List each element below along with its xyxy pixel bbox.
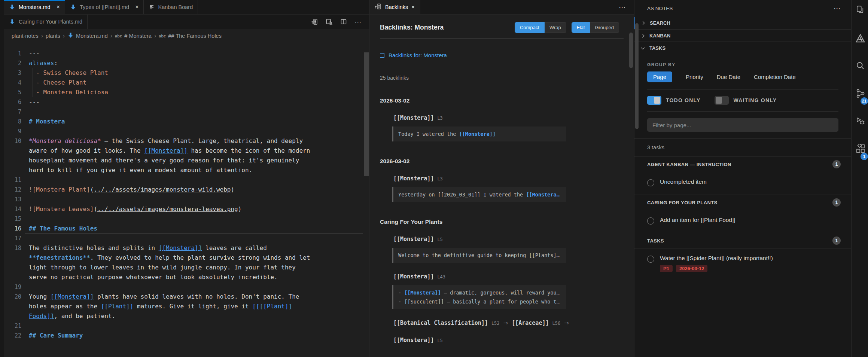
page-reference[interactable]: [[Araceae]] xyxy=(512,320,549,326)
code-line[interactable]: 7 xyxy=(4,107,369,117)
section-tasks[interactable]: TASKS xyxy=(634,42,851,54)
close-icon[interactable]: × xyxy=(57,4,60,10)
group-by-priority[interactable]: Priority xyxy=(686,74,703,80)
breadcrumb-item[interactable]: Monstera.md xyxy=(67,32,108,40)
more-actions-icon[interactable]: ⋯ xyxy=(354,18,362,26)
documents-icon[interactable] xyxy=(852,5,868,33)
task-item[interactable]: Add an item for [[Plant Food]] xyxy=(634,210,851,227)
code-line[interactable]: aware of how good it looks. The [[Monste… xyxy=(4,146,369,156)
code-line[interactable]: 14![Monstera Leaves](../../assets/images… xyxy=(4,204,369,214)
backlink-entry[interactable]: [[Botanical Classification]]L52→[[Aracea… xyxy=(393,320,624,326)
code-line[interactable]: houseplant movement and there's a very g… xyxy=(4,156,369,165)
breadcrumb[interactable]: plant-notes›plants›Monstera.md›abc# Mons… xyxy=(4,29,369,43)
search-icon[interactable] xyxy=(852,61,868,88)
sidebar-scrollbar[interactable] xyxy=(635,23,639,129)
backlink-entry[interactable]: [[Monstera]]L3 xyxy=(393,115,624,121)
backlinks-scrollbar[interactable] xyxy=(629,33,633,68)
backlink-entry[interactable]: [[Monstera]]L5 xyxy=(393,337,624,344)
code-line[interactable]: 11 xyxy=(4,175,369,185)
task-item[interactable]: Water the [[Spider Plant]] (really impor… xyxy=(634,248,851,274)
debug-icon[interactable] xyxy=(852,116,868,144)
task-item[interactable]: Uncompleted item xyxy=(634,172,851,189)
group-by-due-date[interactable]: Due Date xyxy=(717,74,740,80)
code-line[interactable]: serve no practical purpose whatsoever bu… xyxy=(4,272,369,282)
code-line[interactable]: 12![Monstera Plant](../../assets/images/… xyxy=(4,185,369,195)
wikilink[interactable]: [[[[Plant]] xyxy=(252,303,296,310)
breadcrumb-item[interactable]: abc## The Famous Holes xyxy=(159,33,222,39)
code-line[interactable]: 1--- xyxy=(4,49,369,58)
code-line[interactable]: light through to lower leaves in the wil… xyxy=(4,263,369,272)
task-checkbox-icon[interactable] xyxy=(647,217,654,225)
tab-monstera-md[interactable]: Monstera.md× xyxy=(4,0,65,14)
backlinks-for-link[interactable]: Backlinks for: Monstera xyxy=(380,52,447,58)
split-icon[interactable] xyxy=(340,18,347,25)
code-line[interactable]: 9 xyxy=(4,126,369,136)
page-reference[interactable]: [[Monstera]] xyxy=(393,175,434,182)
section-search[interactable]: SEARCH xyxy=(634,17,851,29)
task-group-header[interactable]: AGENT KANBAN — INSTRUCTION1 xyxy=(634,156,851,172)
section-kanban[interactable]: KANBAN xyxy=(634,29,851,42)
more-actions-icon[interactable]: ⋯ xyxy=(619,0,634,14)
editor-scrollbar[interactable] xyxy=(364,52,369,176)
context-snippet[interactable]: Welcome to the definitive guide to keepi… xyxy=(392,248,566,263)
code-line[interactable]: 8# Monstera xyxy=(4,117,369,126)
preview-icon[interactable] xyxy=(326,18,333,25)
code-line[interactable]: 19 xyxy=(4,282,369,292)
code-editor[interactable]: 1---2aliases:3 - Swiss Cheese Plant4 - C… xyxy=(4,43,369,357)
page-reference[interactable]: [[Monstera]] xyxy=(393,273,434,280)
task-group-header[interactable]: TASKS1 xyxy=(634,233,851,248)
code-line[interactable]: **fenestrations**. They evolved to help … xyxy=(4,253,369,263)
task-checkbox-icon[interactable] xyxy=(647,179,654,186)
context-snippet[interactable]: Yesterday on [[2026_03_01]] I watered th… xyxy=(392,187,566,202)
code-line[interactable]: 4 - Cheese Plant xyxy=(4,78,369,88)
code-line[interactable]: 20Young [[Monstera]] plants have solid l… xyxy=(4,292,369,302)
context-snippet[interactable]: - [[Monstera]] — dramatic, gorgeous, wil… xyxy=(392,285,566,309)
code-line[interactable]: 3 - Swiss Cheese Plant xyxy=(4,68,369,78)
page-reference[interactable]: [[Monstera]] xyxy=(393,236,434,242)
compact-button[interactable]: Compact xyxy=(515,22,545,33)
code-line[interactable]: Foods]], and be patient. xyxy=(4,311,369,321)
page-reference[interactable]: [[Monstera]] xyxy=(393,115,434,121)
wikilink[interactable]: [[Monstera]] xyxy=(144,147,188,154)
wikilink[interactable]: [[Plant]] xyxy=(101,303,134,310)
backlinks-icon[interactable] xyxy=(311,18,318,25)
more-actions-icon[interactable]: ⋯ xyxy=(834,4,841,13)
page-reference[interactable]: [[Monstera]] xyxy=(393,337,434,344)
tab-types-of-plant-md[interactable]: Types of [[Plant]].md× xyxy=(65,0,144,14)
task-checkbox-icon[interactable] xyxy=(647,256,654,263)
breadcrumb-item[interactable]: plants xyxy=(46,33,60,39)
wikilink[interactable]: [[Monstera]] xyxy=(159,244,202,251)
context-snippet[interactable]: Today I watered the [[Monstera]] xyxy=(392,126,566,141)
grouped-button[interactable]: Grouped xyxy=(590,22,619,33)
code-line[interactable]: 10*Monstera deliciosa* — the Swiss Chees… xyxy=(4,136,369,146)
extensions-icon[interactable]: 1 xyxy=(852,144,868,171)
code-line[interactable]: 5 - Monstera Deliciosa xyxy=(4,88,369,97)
group-by-page[interactable]: Page xyxy=(647,71,672,82)
as-notes-logo-icon[interactable] xyxy=(852,33,868,61)
code-line[interactable]: 2aliases: xyxy=(4,58,369,68)
wikilink[interactable]: [[Monstera]] xyxy=(51,293,94,300)
graph-icon[interactable]: 21 xyxy=(852,88,868,116)
tab-kanban-board[interactable]: Kanban Board xyxy=(144,0,198,14)
code-line[interactable]: 16## The Famous Holes xyxy=(4,224,369,234)
code-line[interactable]: 22## Care Summary xyxy=(4,331,369,341)
tab-caring-for-your-plants-md[interactable]: Caring For Your Plants.md xyxy=(4,15,88,29)
group-by-completion-date[interactable]: Completion Date xyxy=(754,74,796,80)
filter-by-page-input[interactable] xyxy=(647,118,838,132)
toggle-switch[interactable] xyxy=(647,96,661,105)
code-line[interactable]: 15 xyxy=(4,214,369,224)
task-group-header[interactable]: CARING FOR YOUR PLANTS1 xyxy=(634,195,851,210)
flat-button[interactable]: Flat xyxy=(572,22,590,33)
backlink-entry[interactable]: [[Monstera]]L3 xyxy=(393,175,624,182)
code-line[interactable]: holes appear as the [[Plant]] matures. G… xyxy=(4,302,369,311)
code-line[interactable]: 13 xyxy=(4,195,369,204)
backlink-entry[interactable]: [[Monstera]]L5 xyxy=(393,236,624,242)
wrap-button[interactable]: Wrap xyxy=(545,22,566,33)
backlink-entry[interactable]: [[Monstera]]L43 xyxy=(393,273,624,280)
todo-only-toggle[interactable]: TODO ONLY xyxy=(647,96,700,105)
close-icon[interactable]: × xyxy=(411,4,414,10)
page-reference[interactable]: [[Botanical Classification]] xyxy=(393,320,488,326)
code-line[interactable]: 18The distinctive holes and splits in [[… xyxy=(4,243,369,253)
toggle-switch[interactable] xyxy=(715,96,729,105)
wikilink[interactable]: Foods]] xyxy=(29,312,54,320)
